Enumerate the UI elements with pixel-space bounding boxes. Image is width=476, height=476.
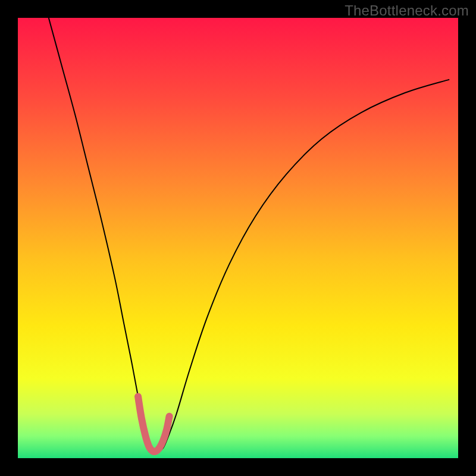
plot-area [18, 18, 458, 458]
chart-svg [18, 18, 458, 458]
series-bottleneck-curve [49, 18, 449, 452]
outer-frame: TheBottleneck.com [0, 0, 476, 476]
series-trough-highlight [138, 396, 170, 452]
watermark-text: TheBottleneck.com [345, 2, 469, 19]
